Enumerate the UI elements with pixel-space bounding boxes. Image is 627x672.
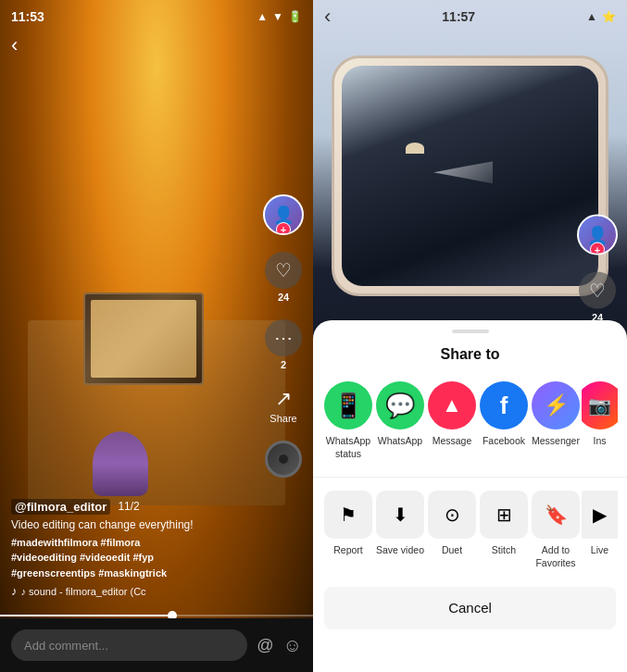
share-item-whatsapp[interactable]: 💬 WhatsApp bbox=[374, 378, 426, 464]
right-like-icon: ♡ bbox=[579, 272, 616, 309]
music-note-icon: ♪ bbox=[11, 584, 18, 598]
messenger-label: Messenger bbox=[532, 435, 580, 448]
sound-label: ♪ sound - filmora_editor (Cc bbox=[21, 586, 146, 597]
comment-placeholder: Add comment... bbox=[24, 639, 108, 653]
add-favorites-label: Add toFavorites bbox=[535, 544, 575, 569]
save-video-icon-box: ⬇ bbox=[376, 491, 424, 539]
share-item-facebook[interactable]: f Facebook bbox=[478, 378, 530, 464]
messenger-icon: ⚡ bbox=[532, 381, 580, 429]
live-icon: ▶ bbox=[593, 504, 607, 526]
whatsapp-status-icon: 📱 bbox=[324, 381, 372, 429]
action-save-video[interactable]: ⬇ Save video bbox=[374, 487, 426, 573]
add-favorites-icon: 🔖 bbox=[545, 504, 568, 526]
add-favorites-icon-box: 🔖 bbox=[532, 491, 580, 539]
report-label: Report bbox=[333, 544, 363, 557]
music-disc[interactable] bbox=[265, 441, 302, 478]
right-wifi-icon: ▲ bbox=[586, 10, 597, 23]
duet-icon-box: ⊙ bbox=[428, 491, 476, 539]
share-icons-row: 📱 WhatsAppstatus 💬 WhatsApp ▲ Message bbox=[313, 378, 627, 464]
report-icon-box: ⚑ bbox=[324, 491, 372, 539]
share-item-messenger[interactable]: ⚡ Messenger bbox=[530, 378, 582, 464]
whatsapp-icon: 💬 bbox=[376, 381, 424, 429]
video-progress-bar[interactable] bbox=[0, 615, 313, 616]
save-video-icon: ⬇ bbox=[393, 504, 408, 526]
stool bbox=[93, 431, 148, 496]
whatsapp-status-label: WhatsAppstatus bbox=[326, 435, 370, 460]
phone-in-video bbox=[332, 56, 608, 296]
instagram-label-partial: Ins bbox=[593, 435, 606, 448]
wifi-icon: ▲ bbox=[257, 10, 268, 23]
share-item-whatsapp-status[interactable]: 📱 WhatsAppstatus bbox=[322, 378, 374, 464]
facebook-label: Facebook bbox=[483, 435, 525, 448]
share-title: Share to bbox=[313, 339, 627, 378]
comment-icon: ⋯ bbox=[265, 319, 302, 356]
comment-input[interactable]: Add comment... bbox=[11, 629, 247, 661]
back-button[interactable]: ‹ bbox=[11, 33, 18, 57]
share-panel: Share to 📱 WhatsAppstatus 💬 WhatsApp ▲ bbox=[313, 320, 627, 672]
mention-icon[interactable]: @ bbox=[257, 636, 273, 655]
signal-icon: ▼ bbox=[272, 10, 283, 23]
comment-bar: Add comment... @ ☺ bbox=[0, 618, 313, 672]
right-status-icons: ▲ ⭐ bbox=[586, 10, 616, 23]
share-handle bbox=[452, 330, 489, 333]
comment-count: 2 bbox=[281, 359, 286, 370]
instagram-icon-partial: 📷 bbox=[582, 381, 618, 429]
right-top-bar: ‹ 11:57 ▲ ⭐ bbox=[313, 0, 627, 33]
action-report[interactable]: ⚑ Report bbox=[322, 487, 374, 573]
left-video-panel: 11:53 ▲ ▼ 🔋 ‹ 👤 + ♡ 24 ⋯ 2 ↗ Share bbox=[0, 0, 313, 672]
boat-trail bbox=[419, 154, 493, 191]
action-duet[interactable]: ⊙ Duet bbox=[426, 487, 478, 573]
facebook-icon: f bbox=[480, 381, 528, 429]
left-action-buttons: 👤 + ♡ 24 ⋯ 2 ↗ Share bbox=[263, 194, 304, 478]
live-icon-box-partial: ▶ bbox=[582, 491, 618, 539]
monitor bbox=[83, 292, 204, 385]
cancel-button[interactable]: Cancel bbox=[324, 587, 616, 629]
stitch-label: Stitch bbox=[492, 544, 516, 557]
monitor-screen bbox=[91, 300, 196, 378]
like-count: 24 bbox=[278, 292, 289, 303]
emoji-icon[interactable]: ☺ bbox=[283, 635, 302, 656]
share-action[interactable]: ↗ Share bbox=[270, 387, 296, 424]
progress-fill bbox=[0, 615, 172, 616]
stitch-icon: ⊞ bbox=[496, 504, 512, 526]
action-live-partial: ▶ Live bbox=[582, 487, 618, 573]
post-number: 11/2 bbox=[118, 500, 139, 513]
message-label: Message bbox=[433, 435, 472, 448]
action-add-to-favorites[interactable]: 🔖 Add toFavorites bbox=[530, 487, 582, 573]
action-stitch[interactable]: ⊞ Stitch bbox=[478, 487, 530, 573]
caption: Video editing can change everything! bbox=[11, 517, 248, 533]
right-like-action[interactable]: ♡ 24 bbox=[579, 272, 616, 323]
right-time: 11:57 bbox=[442, 9, 475, 24]
action-icons-row: ⚑ Report ⬇ Save video ⊙ Duet bbox=[313, 487, 627, 573]
share-item-message[interactable]: ▲ Message bbox=[426, 378, 478, 464]
username[interactable]: @filmora_editor bbox=[11, 500, 110, 514]
share-item-instagram-partial: 📷 Ins bbox=[582, 378, 618, 464]
right-back-button[interactable]: ‹ bbox=[324, 5, 331, 29]
left-time: 11:53 bbox=[11, 9, 44, 24]
share-icon: ↗ bbox=[275, 387, 292, 411]
whatsapp-label: WhatsApp bbox=[378, 435, 422, 448]
music-disc-inner bbox=[277, 453, 290, 466]
boat bbox=[406, 143, 424, 154]
battery-icon: 🔋 bbox=[288, 10, 302, 23]
duet-icon: ⊙ bbox=[445, 504, 460, 526]
stitch-icon-box: ⊞ bbox=[480, 491, 528, 539]
hashtags: #madewithfilmora #filmora #videoediting … bbox=[11, 535, 248, 581]
sound-info[interactable]: ♪ ♪ sound - filmora_editor (Cc bbox=[11, 584, 248, 598]
follow-plus-icon: + bbox=[276, 222, 291, 235]
right-video-panel: ‹ 11:57 ▲ ⭐ 👤 + ♡ 24 Share to 📱 WhatsA bbox=[313, 0, 627, 672]
avatar-button[interactable]: 👤 + bbox=[263, 194, 304, 235]
save-video-label: Save video bbox=[376, 544, 424, 557]
duet-label: Duet bbox=[442, 544, 462, 557]
right-follow-plus-icon: + bbox=[590, 243, 605, 255]
left-status-icons: ▲ ▼ 🔋 bbox=[257, 10, 302, 23]
right-action-buttons: 👤 + ♡ 24 bbox=[577, 215, 618, 323]
right-battery-icon: ⭐ bbox=[602, 10, 616, 23]
comment-action[interactable]: ⋯ 2 bbox=[265, 319, 302, 370]
like-action[interactable]: ♡ 24 bbox=[265, 252, 302, 303]
phone-screen bbox=[342, 66, 598, 286]
live-label-partial: Live bbox=[591, 544, 608, 557]
report-icon: ⚑ bbox=[340, 504, 357, 526]
share-label: Share bbox=[270, 413, 296, 424]
right-avatar-button[interactable]: 👤 + bbox=[577, 215, 618, 255]
